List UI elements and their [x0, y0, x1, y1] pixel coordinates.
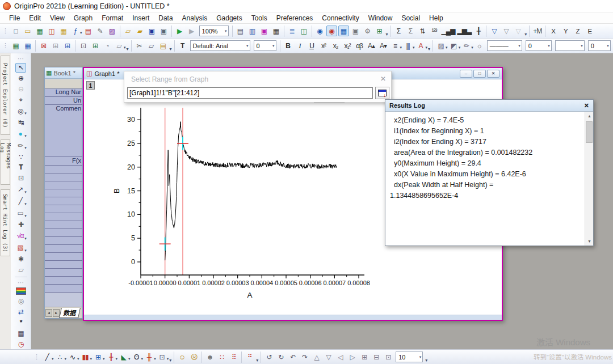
- project-explorer-icon[interactable]: ◫: [299, 26, 309, 36]
- find-icon[interactable]: ◉: [314, 26, 325, 36]
- rotation-angle-combo[interactable]: 10▾: [396, 352, 423, 362]
- zoom-out-icon[interactable]: ⊖: [15, 84, 26, 94]
- results-log-close-icon[interactable]: ✕: [584, 102, 589, 109]
- new-project-icon[interactable]: □: [10, 26, 21, 36]
- menu-insert[interactable]: Insert: [128, 13, 154, 23]
- axis-y-button[interactable]: Y: [560, 27, 572, 36]
- pattern-icon[interactable]: ◩: [448, 40, 459, 51]
- delete-sheet-icon[interactable]: ⊠: [38, 40, 49, 51]
- open-template-icon[interactable]: ▰: [135, 26, 145, 36]
- clear-filter-icon[interactable]: ▽: [513, 26, 523, 36]
- toolbar-drag-handle[interactable]: ⋯: [18, 55, 24, 62]
- rectangle-tool-dropdown-icon[interactable]: ▾: [24, 214, 27, 219]
- insert-graph-dropdown-icon[interactable]: ▾: [24, 248, 27, 254]
- expand-3d-icon[interactable]: ⊞: [359, 352, 370, 362]
- statistics-column-icon[interactable]: Σ: [393, 26, 404, 36]
- box-plot-icon[interactable]: ╂: [106, 352, 116, 362]
- duplicate-window-icon[interactable]: ≣: [287, 26, 297, 36]
- maximize-button[interactable]: □: [473, 70, 486, 78]
- row-header-empty[interactable]: [45, 277, 82, 285]
- copy-page-dropdown-icon[interactable]: ▾: [124, 45, 126, 51]
- close-button[interactable]: ✕: [487, 70, 499, 78]
- fill-color-icon[interactable]: ▨: [435, 40, 446, 51]
- menu-preferences[interactable]: Preferences: [272, 13, 318, 23]
- new-folder-icon[interactable]: ▭: [22, 26, 33, 36]
- save-template-icon[interactable]: ▣: [158, 26, 169, 36]
- new-workbook-icon[interactable]: ▦: [34, 26, 45, 36]
- new-layout-icon[interactable]: ▤: [83, 26, 94, 36]
- cluster-icon[interactable]: ∵: [15, 152, 26, 162]
- bold-icon[interactable]: B: [283, 40, 293, 51]
- increase-perspective-icon[interactable]: ◁: [335, 352, 346, 362]
- plot-column-icon[interactable]: ▁▄▆: [441, 26, 456, 36]
- row-header-fx[interactable]: F(x: [45, 157, 82, 166]
- rotate-up-icon[interactable]: △: [311, 352, 322, 362]
- cut-icon[interactable]: ✂: [134, 40, 145, 51]
- dialog-close-icon[interactable]: ✕: [380, 75, 386, 82]
- font-color-dropdown-icon[interactable]: ▾: [426, 45, 428, 51]
- toolbar-overflow-icon[interactable]: ▾: [169, 358, 171, 364]
- toolbar-overflow-icon[interactable]: ▾: [170, 46, 172, 53]
- decrease-perspective-icon[interactable]: ▷: [347, 352, 358, 362]
- toolbar-overflow-icon[interactable]: ▾: [524, 32, 527, 38]
- font-combo[interactable]: Default: Arial▾: [190, 40, 250, 51]
- dock-tab-messages-log[interactable]: Messages Log: [1, 139, 10, 185]
- text-tool-icon[interactable]: T: [15, 163, 26, 172]
- line-color-icon[interactable]: ✏: [461, 40, 472, 51]
- draw-data-dropdown-icon[interactable]: ▾: [24, 146, 27, 151]
- new-image-icon[interactable]: ▨: [107, 26, 117, 36]
- area-plot-icon[interactable]: ◣: [118, 352, 129, 362]
- row-header-empty[interactable]: [45, 245, 82, 253]
- set-digits-icon[interactable]: ¹²³: [429, 26, 440, 36]
- menu-social[interactable]: Social: [397, 13, 425, 23]
- row-header-empty[interactable]: [45, 197, 82, 205]
- mask-range-dropdown-icon[interactable]: ▾: [24, 134, 27, 139]
- menu-data[interactable]: Data: [154, 13, 177, 23]
- unmask-points-icon[interactable]: ☹: [188, 352, 199, 362]
- row-header-longnar[interactable]: Long Nar: [45, 88, 82, 97]
- layer-badge[interactable]: 1: [86, 81, 95, 90]
- menu-window[interactable]: Window: [364, 13, 397, 23]
- results-log-scrollbar[interactable]: ▲ ▼: [585, 112, 593, 246]
- font-size-combo[interactable]: 0▾: [254, 40, 276, 51]
- pan-tool-icon[interactable]: ✚: [15, 220, 26, 230]
- asterisk-bracket-icon[interactable]: *: [15, 318, 26, 327]
- line-symbol-plot-icon[interactable]: ∿: [67, 352, 78, 362]
- disable-mask-icon[interactable]: ⠛: [244, 352, 255, 362]
- rotate-down-icon[interactable]: ▽: [323, 352, 334, 362]
- equation-dropdown-icon[interactable]: ▾: [24, 236, 27, 242]
- decrease-font-icon[interactable]: A▾: [378, 40, 389, 51]
- shrink-3d-icon[interactable]: ⊟: [371, 352, 381, 362]
- greek-icon[interactable]: αβ: [354, 40, 365, 51]
- row-header-empty[interactable]: [45, 285, 82, 293]
- add-marker-icon[interactable]: +M: [532, 26, 543, 36]
- print-icon[interactable]: ▤: [235, 26, 246, 36]
- dock-tab-project-explorer[interactable]: Project Explorer (0): [1, 56, 10, 135]
- row-header-commen[interactable]: Commen: [45, 105, 82, 157]
- print-preview-icon[interactable]: ▥: [247, 26, 258, 36]
- scatter-plot-icon[interactable]: ∴: [54, 352, 65, 362]
- italic-icon[interactable]: I: [295, 40, 305, 51]
- row-header-empty[interactable]: [45, 221, 82, 229]
- row-header-empty[interactable]: [45, 205, 82, 213]
- pie-icon[interactable]: ◔: [102, 40, 112, 51]
- scroll-up-icon[interactable]: ▲: [585, 112, 594, 120]
- video-icon[interactable]: ▦: [271, 26, 282, 36]
- data-selector-icon[interactable]: ↹: [15, 117, 26, 127]
- axis-z-button[interactable]: Z: [573, 27, 583, 36]
- zoom-combo[interactable]: 100%▾: [199, 26, 229, 36]
- rotate-cw-icon[interactable]: ↻: [275, 352, 286, 362]
- arrow-tool-dropdown-icon[interactable]: ▾: [24, 190, 27, 196]
- tilt-left-icon[interactable]: ↶: [287, 352, 298, 362]
- merge-book-icon[interactable]: ⊞: [90, 40, 100, 51]
- copy-page-icon[interactable]: ▱: [114, 40, 124, 51]
- spacing-icon[interactable]: |||: [402, 40, 413, 51]
- subscript-icon[interactable]: x₂: [330, 40, 341, 51]
- row-header-empty[interactable]: [45, 166, 82, 173]
- mask-range-bottom-icon[interactable]: ☻: [204, 352, 215, 362]
- toolbar-drag-handle[interactable]: ⋯: [18, 279, 24, 286]
- add-column-icon[interactable]: ⊞: [374, 26, 385, 36]
- color-combo[interactable]: ▾: [555, 40, 585, 51]
- reset-rotation-icon[interactable]: ⊡: [383, 352, 393, 362]
- mask-points-icon[interactable]: ☺: [177, 352, 187, 362]
